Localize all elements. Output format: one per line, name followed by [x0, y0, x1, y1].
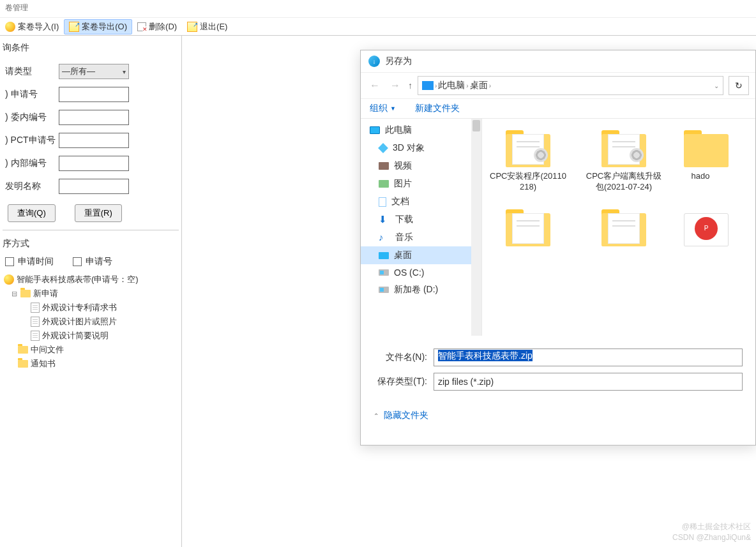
folder-icon — [18, 346, 28, 354]
pct-no-label: ) PCT申请号 — [3, 135, 59, 146]
tree-root[interactable]: 智能手表科技感表带(申请号：空) — [4, 273, 178, 287]
apply-type-select[interactable]: —所有— ▾ — [59, 64, 129, 79]
divider — [3, 230, 179, 230]
sidebar-os-drive[interactable]: OS (C:) — [361, 264, 481, 281]
apply-no-input[interactable] — [59, 87, 129, 102]
apply-time-checkbox[interactable]: 申请时间 — [5, 256, 54, 267]
tree-collapse-icon[interactable]: ⊟ — [10, 290, 18, 298]
invention-name-label: 发明名称 — [3, 181, 59, 192]
folder-item[interactable]: hado — [681, 126, 720, 193]
video-icon — [379, 162, 389, 170]
exit-icon — [187, 22, 197, 32]
folder-item[interactable] — [490, 206, 566, 250]
folder-item[interactable]: P — [681, 206, 720, 250]
exit-button[interactable]: 退出(E) — [182, 19, 232, 34]
folder-icon — [503, 126, 553, 167]
watermark: @稀土掘金技术社区 CSDN @ZhangJiQun& — [672, 521, 751, 543]
document-icon — [379, 197, 386, 207]
checkbox-icon — [73, 257, 82, 266]
folder-grid: CPC安装程序(20110218) CPC客户端离线升级包(2021-07-24… — [482, 119, 755, 336]
folder-item[interactable]: CPC客户端离线升级包(2021-07-24) — [586, 126, 662, 193]
organize-button[interactable]: 组织 ▼ — [370, 103, 396, 114]
tree-notice[interactable]: 通知书 — [4, 357, 178, 371]
inner-no-label: ) 内部编号 — [3, 158, 59, 169]
dialog-fields: 文件名(N): 智能手表科技感表带.zip 保存类型(T): zip files… — [361, 336, 755, 403]
save-as-dialog: ↓ 另存为 ← → ↑ › 此电脑 › 桌面 › ⌄ ↻ 组织 ▼ 新建文件夹 — [360, 50, 756, 446]
folder-icon — [503, 206, 553, 246]
folder-icon — [599, 126, 649, 167]
refresh-button[interactable]: ↻ — [729, 76, 749, 95]
filetype-select[interactable]: zip files (*.zip) — [434, 373, 743, 391]
disk-icon — [379, 287, 389, 293]
hide-folders-link[interactable]: 隐藏文件夹 — [384, 410, 428, 421]
new-folder-button[interactable]: 新建文件夹 — [415, 103, 460, 114]
sidebar-desktop[interactable]: 桌面 — [361, 246, 481, 264]
app-icon: ↓ — [368, 56, 380, 67]
dialog-toolbar: 组织 ▼ 新建文件夹 — [361, 99, 755, 119]
tree-mid-file[interactable]: 中间文件 — [4, 343, 178, 357]
picture-icon — [379, 180, 389, 188]
dialog-title: 另存为 — [385, 56, 412, 67]
folder-item[interactable] — [586, 206, 662, 250]
window-titlebar: 卷管理 — [0, 0, 756, 18]
earth-icon — [5, 22, 15, 32]
inner-no-input[interactable] — [59, 156, 129, 171]
internal-no-label: ) 委内编号 — [3, 112, 59, 123]
scrollbar-thumb[interactable] — [472, 120, 480, 131]
tree-child-2[interactable]: 外观设计简要说明 — [4, 329, 178, 343]
sidebar-video[interactable]: 视频 — [361, 157, 481, 175]
folder-icon — [599, 206, 649, 246]
tree-child-1[interactable]: 外观设计图片或照片 — [4, 315, 178, 329]
document-icon — [31, 317, 40, 327]
music-icon: ♪ — [379, 232, 390, 243]
internal-no-input[interactable] — [59, 110, 129, 125]
sort-section-title: 序方式 — [3, 236, 179, 252]
folder-icon — [681, 126, 731, 167]
sidebar-new-volume[interactable]: 新加卷 (D:) — [361, 281, 481, 299]
chevron-right-icon: › — [435, 82, 437, 89]
apply-no-label: ) 申请号 — [3, 89, 59, 100]
checkbox-icon — [5, 257, 14, 266]
window-title: 卷管理 — [5, 3, 28, 12]
dialog-footer: ⌃ 隐藏文件夹 — [361, 403, 755, 428]
monitor-icon — [422, 81, 434, 90]
filter-section-title: 询条件 — [3, 40, 179, 56]
sidebar-scrollbar[interactable] — [471, 119, 481, 336]
query-button[interactable]: 查询(Q) — [8, 204, 56, 222]
nav-up-button[interactable]: ↑ — [408, 80, 412, 91]
apply-no-checkbox[interactable]: 申请号 — [73, 256, 112, 267]
case-tree: 智能手表科技感表带(申请号：空) ⊟ 新申请 外观设计专利请求书 外观设计图片或… — [3, 271, 179, 372]
export-button[interactable]: 案卷导出(O) — [64, 19, 132, 34]
sidebar-music[interactable]: ♪ 音乐 — [361, 229, 481, 246]
filetype-label: 保存类型(T): — [374, 376, 434, 387]
import-button[interactable]: 案卷导入(I) — [0, 19, 64, 34]
folder-icon — [20, 290, 31, 297]
sidebar-documents[interactable]: 文档 — [361, 193, 481, 211]
filename-label: 文件名(N): — [374, 352, 434, 363]
apply-type-label: 请类型 — [3, 66, 59, 77]
delete-button[interactable]: 删除(D) — [132, 19, 182, 34]
sidebar-downloads[interactable]: ⬇ 下载 — [361, 211, 481, 229]
tree-child-0[interactable]: 外观设计专利请求书 — [4, 301, 178, 315]
main-toolbar: 案卷导入(I) 案卷导出(O) 删除(D) 退出(E) — [0, 18, 756, 36]
delete-icon — [137, 22, 146, 31]
nav-forward-button[interactable]: → — [388, 77, 403, 94]
monitor-icon — [370, 126, 380, 134]
disk-icon — [379, 269, 389, 276]
tree-new-apply[interactable]: ⊟ 新申请 — [4, 287, 178, 301]
sidebar-3d-objects[interactable]: 3D 对象 — [361, 139, 481, 157]
nav-back-button[interactable]: ← — [367, 77, 382, 94]
chevron-down-icon[interactable]: ⌄ — [714, 82, 719, 89]
earth-icon — [4, 274, 14, 285]
folder-item[interactable]: CPC安装程序(20110218) — [490, 126, 566, 193]
chevron-up-icon[interactable]: ⌃ — [374, 412, 379, 419]
sidebar-pictures[interactable]: 图片 — [361, 175, 481, 193]
reset-button[interactable]: 重置(R) — [75, 204, 122, 222]
breadcrumb[interactable]: › 此电脑 › 桌面 › ⌄ — [418, 76, 723, 95]
filename-input[interactable]: 智能手表科技感表带.zip — [434, 348, 743, 366]
sidebar-this-pc[interactable]: 此电脑 — [361, 121, 481, 139]
folder-icon — [18, 360, 28, 368]
invention-name-input[interactable] — [59, 179, 129, 194]
document-icon — [31, 303, 40, 313]
pct-no-input[interactable] — [59, 133, 129, 148]
